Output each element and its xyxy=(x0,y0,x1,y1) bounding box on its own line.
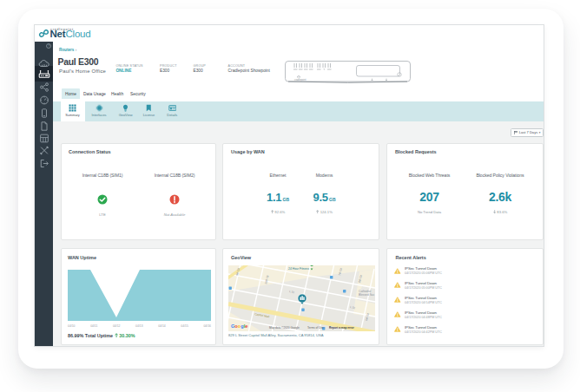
svg-text:Terms of Use: Terms of Use xyxy=(307,326,324,330)
svg-text:24 Hour Fitness: 24 Hour Fitness xyxy=(288,267,309,271)
svg-text:Report a map error: Report a map error xyxy=(329,326,354,330)
svg-text:Map data ©2020 Google: Map data ©2020 Google xyxy=(269,326,300,330)
svg-text:cradlepoint: cradlepoint xyxy=(294,78,306,82)
svg-text:Google: Google xyxy=(231,323,247,329)
svg-text:Blessed Sac: Blessed Sac xyxy=(359,293,375,297)
